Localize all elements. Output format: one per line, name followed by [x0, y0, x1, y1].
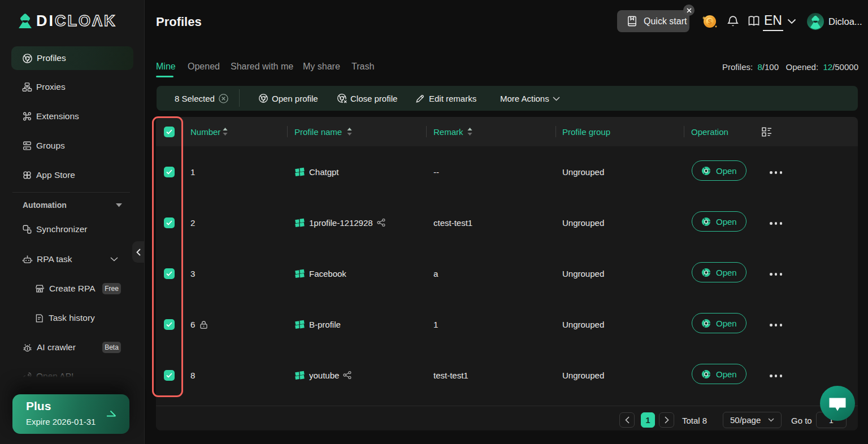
svg-text:$: $: [708, 18, 712, 26]
